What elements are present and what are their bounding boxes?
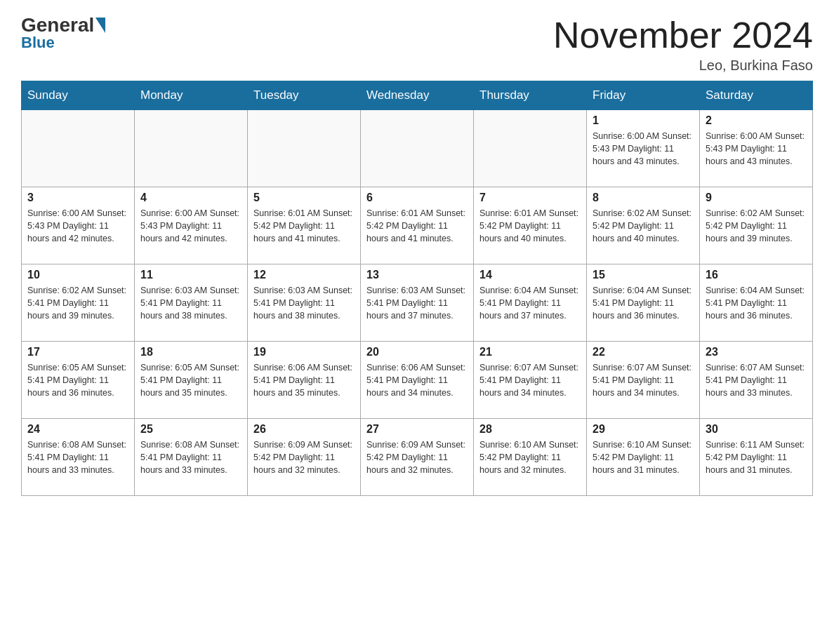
calendar-cell: 29Sunrise: 6:10 AM Sunset: 5:42 PM Dayli… [587,419,700,496]
day-info: Sunrise: 6:01 AM Sunset: 5:42 PM Dayligh… [366,207,468,245]
day-info: Sunrise: 6:08 AM Sunset: 5:41 PM Dayligh… [27,438,128,476]
day-number: 29 [593,423,694,436]
logo-blue-text: Blue [21,34,55,52]
day-info: Sunrise: 6:00 AM Sunset: 5:43 PM Dayligh… [27,207,128,245]
calendar-cell: 22Sunrise: 6:07 AM Sunset: 5:41 PM Dayli… [587,342,700,419]
day-number: 15 [593,269,694,281]
day-number: 14 [479,269,581,281]
calendar-cell: 13Sunrise: 6:03 AM Sunset: 5:41 PM Dayli… [361,264,474,342]
calendar-cell: 6Sunrise: 6:01 AM Sunset: 5:42 PM Daylig… [361,187,474,264]
calendar-cell: 14Sunrise: 6:04 AM Sunset: 5:41 PM Dayli… [474,264,587,342]
day-number: 30 [706,423,807,436]
day-number: 18 [140,346,241,358]
day-info: Sunrise: 6:09 AM Sunset: 5:42 PM Dayligh… [253,438,355,476]
logo-arrow-icon [95,18,105,33]
day-info: Sunrise: 6:04 AM Sunset: 5:41 PM Dayligh… [593,284,694,322]
col-header-thursday: Thursday [474,81,587,110]
week-row-3: 10Sunrise: 6:02 AM Sunset: 5:41 PM Dayli… [22,264,813,342]
day-number: 5 [253,192,355,204]
day-number: 2 [706,114,807,127]
day-number: 16 [706,269,807,281]
day-info: Sunrise: 6:03 AM Sunset: 5:41 PM Dayligh… [140,284,241,322]
month-title: November 2024 [553,14,813,56]
day-info: Sunrise: 6:04 AM Sunset: 5:41 PM Dayligh… [706,284,807,322]
logo: General Blue [21,14,105,52]
calendar-cell [135,110,248,187]
day-info: Sunrise: 6:00 AM Sunset: 5:43 PM Dayligh… [593,130,694,168]
calendar-cell: 3Sunrise: 6:00 AM Sunset: 5:43 PM Daylig… [22,187,135,264]
calendar-cell [22,110,135,187]
calendar-cell: 4Sunrise: 6:00 AM Sunset: 5:43 PM Daylig… [135,187,248,264]
col-header-sunday: Sunday [22,81,135,110]
day-info: Sunrise: 6:11 AM Sunset: 5:42 PM Dayligh… [706,438,807,476]
day-number: 17 [27,346,128,358]
day-info: Sunrise: 6:06 AM Sunset: 5:41 PM Dayligh… [253,361,355,399]
day-info: Sunrise: 6:02 AM Sunset: 5:42 PM Dayligh… [593,207,694,245]
day-info: Sunrise: 6:01 AM Sunset: 5:42 PM Dayligh… [479,207,581,245]
day-number: 3 [27,192,128,204]
day-number: 28 [479,423,581,436]
calendar-cell: 30Sunrise: 6:11 AM Sunset: 5:42 PM Dayli… [700,419,813,496]
day-info: Sunrise: 6:10 AM Sunset: 5:42 PM Dayligh… [479,438,581,476]
col-header-tuesday: Tuesday [248,81,361,110]
calendar-cell: 17Sunrise: 6:05 AM Sunset: 5:41 PM Dayli… [22,342,135,419]
week-row-1: 1Sunrise: 6:00 AM Sunset: 5:43 PM Daylig… [22,110,813,187]
calendar-cell: 20Sunrise: 6:06 AM Sunset: 5:41 PM Dayli… [361,342,474,419]
day-number: 23 [706,346,807,358]
calendar-cell: 10Sunrise: 6:02 AM Sunset: 5:41 PM Dayli… [22,264,135,342]
calendar-cell: 8Sunrise: 6:02 AM Sunset: 5:42 PM Daylig… [587,187,700,264]
col-header-wednesday: Wednesday [361,81,474,110]
calendar-cell [361,110,474,187]
calendar-cell: 18Sunrise: 6:05 AM Sunset: 5:41 PM Dayli… [135,342,248,419]
day-info: Sunrise: 6:07 AM Sunset: 5:41 PM Dayligh… [479,361,581,399]
day-info: Sunrise: 6:09 AM Sunset: 5:42 PM Dayligh… [366,438,468,476]
calendar-cell: 15Sunrise: 6:04 AM Sunset: 5:41 PM Dayli… [587,264,700,342]
calendar-cell [248,110,361,187]
day-number: 10 [27,269,128,281]
calendar-cell: 21Sunrise: 6:07 AM Sunset: 5:41 PM Dayli… [474,342,587,419]
day-number: 12 [253,269,355,281]
calendar-cell: 28Sunrise: 6:10 AM Sunset: 5:42 PM Dayli… [474,419,587,496]
day-number: 25 [140,423,241,436]
day-number: 11 [140,269,241,281]
day-info: Sunrise: 6:05 AM Sunset: 5:41 PM Dayligh… [140,361,241,399]
day-info: Sunrise: 6:02 AM Sunset: 5:41 PM Dayligh… [27,284,128,322]
day-number: 26 [253,423,355,436]
day-info: Sunrise: 6:05 AM Sunset: 5:41 PM Dayligh… [27,361,128,399]
calendar-cell: 9Sunrise: 6:02 AM Sunset: 5:42 PM Daylig… [700,187,813,264]
location-label: Leo, Burkina Faso [553,58,813,74]
calendar-cell: 27Sunrise: 6:09 AM Sunset: 5:42 PM Dayli… [361,419,474,496]
calendar-cell: 25Sunrise: 6:08 AM Sunset: 5:41 PM Dayli… [135,419,248,496]
col-header-monday: Monday [135,81,248,110]
week-row-5: 24Sunrise: 6:08 AM Sunset: 5:41 PM Dayli… [22,419,813,496]
calendar-cell: 16Sunrise: 6:04 AM Sunset: 5:41 PM Dayli… [700,264,813,342]
calendar-cell: 1Sunrise: 6:00 AM Sunset: 5:43 PM Daylig… [587,110,700,187]
calendar-cell: 5Sunrise: 6:01 AM Sunset: 5:42 PM Daylig… [248,187,361,264]
day-info: Sunrise: 6:07 AM Sunset: 5:41 PM Dayligh… [706,361,807,399]
calendar-cell: 2Sunrise: 6:00 AM Sunset: 5:43 PM Daylig… [700,110,813,187]
day-number: 13 [366,269,468,281]
calendar-cell: 26Sunrise: 6:09 AM Sunset: 5:42 PM Dayli… [248,419,361,496]
day-number: 4 [140,192,241,204]
day-info: Sunrise: 6:04 AM Sunset: 5:41 PM Dayligh… [479,284,581,322]
day-number: 22 [593,346,694,358]
col-header-friday: Friday [587,81,700,110]
day-number: 8 [593,192,694,204]
day-number: 1 [593,114,694,127]
week-row-4: 17Sunrise: 6:05 AM Sunset: 5:41 PM Dayli… [22,342,813,419]
day-info: Sunrise: 6:00 AM Sunset: 5:43 PM Dayligh… [140,207,241,245]
calendar-cell: 11Sunrise: 6:03 AM Sunset: 5:41 PM Dayli… [135,264,248,342]
calendar-cell: 7Sunrise: 6:01 AM Sunset: 5:42 PM Daylig… [474,187,587,264]
calendar-cell: 24Sunrise: 6:08 AM Sunset: 5:41 PM Dayli… [22,419,135,496]
day-number: 9 [706,192,807,204]
day-info: Sunrise: 6:07 AM Sunset: 5:41 PM Dayligh… [593,361,694,399]
calendar-cell [474,110,587,187]
day-number: 6 [366,192,468,204]
day-number: 24 [27,423,128,436]
day-info: Sunrise: 6:01 AM Sunset: 5:42 PM Dayligh… [253,207,355,245]
calendar-cell: 19Sunrise: 6:06 AM Sunset: 5:41 PM Dayli… [248,342,361,419]
calendar-table: SundayMondayTuesdayWednesdayThursdayFrid… [21,81,813,496]
day-number: 21 [479,346,581,358]
day-info: Sunrise: 6:06 AM Sunset: 5:41 PM Dayligh… [366,361,468,399]
day-info: Sunrise: 6:03 AM Sunset: 5:41 PM Dayligh… [253,284,355,322]
